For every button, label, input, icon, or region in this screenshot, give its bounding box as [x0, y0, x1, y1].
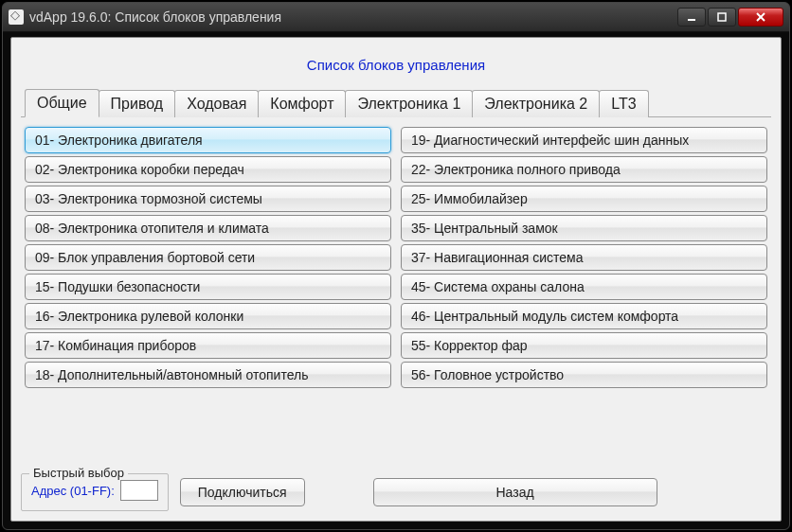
client-area: Список блоков управления ОбщиеПриводХодо… [10, 37, 782, 522]
block-button[interactable]: 09- Блок управления бортовой сети [25, 244, 391, 271]
app-window: vdApp 19.6.0: Список блоков управления С… [2, 2, 790, 530]
block-button[interactable]: 03- Электроника тормозной системы [25, 186, 391, 212]
tab-content: 01- Электроника двигателя02- Электроника… [21, 117, 771, 468]
tab-1[interactable]: Привод [99, 90, 176, 117]
tab-4[interactable]: Электроника 1 [345, 90, 473, 117]
block-button[interactable]: 16- Электроника рулевой колонки [25, 303, 391, 329]
tab-6[interactable]: LT3 [599, 90, 648, 117]
svg-rect-1 [718, 13, 726, 21]
quick-select-legend: Быстрый выбор [29, 466, 128, 480]
minimize-button[interactable] [677, 8, 706, 27]
block-column-right: 19- Диагностический интерфейс шин данных… [401, 127, 767, 388]
block-column-left: 01- Электроника двигателя02- Электроника… [25, 127, 391, 388]
block-button[interactable]: 56- Головное устройство [401, 362, 767, 388]
block-button[interactable]: 17- Комбинация приборов [25, 332, 391, 359]
maximize-button[interactable] [708, 8, 736, 27]
block-button[interactable]: 55- Корректор фар [401, 332, 767, 359]
tab-2[interactable]: Ходовая [174, 90, 259, 117]
close-button[interactable] [738, 8, 783, 27]
address-label: Адрес (01-FF): [31, 484, 115, 498]
connect-button[interactable]: Подключиться [180, 478, 305, 506]
tab-5[interactable]: Электроника 2 [472, 90, 600, 117]
quick-select-group: Быстрый выбор Адрес (01-FF): [21, 473, 169, 511]
block-button[interactable]: 19- Диагностический интерфейс шин данных [401, 127, 767, 153]
block-button[interactable]: 01- Электроника двигателя [25, 127, 391, 153]
block-button[interactable]: 37- Навигационная система [401, 244, 767, 271]
block-button[interactable]: 25- Иммобилайзер [401, 186, 767, 212]
app-icon [9, 9, 24, 25]
block-button[interactable]: 35- Центральный замок [401, 215, 767, 241]
block-button[interactable]: 22- Электроника полного привода [401, 156, 767, 183]
bottom-bar: Быстрый выбор Адрес (01-FF): Подключитьс… [21, 468, 771, 511]
back-button[interactable]: Назад [373, 478, 657, 506]
block-button[interactable]: 02- Электроника коробки передач [25, 156, 391, 183]
block-button[interactable]: 18- Дополнительный/автономный отопитель [25, 362, 391, 388]
block-button[interactable]: 46- Центральный модуль систем комфорта [401, 303, 767, 329]
block-button[interactable]: 45- Система охраны салона [401, 274, 767, 300]
page-title: Список блоков управления [21, 45, 771, 88]
window-title: vdApp 19.6.0: Список блоков управления [29, 9, 281, 25]
tab-3[interactable]: Комфорт [258, 90, 346, 117]
block-button[interactable]: 15- Подушки безопасности [25, 274, 391, 300]
titlebar[interactable]: vdApp 19.6.0: Список блоков управления [3, 3, 789, 31]
tab-0[interactable]: Общие [25, 89, 99, 117]
block-button[interactable]: 08- Электроника отопителя и климата [25, 215, 391, 241]
tabstrip: ОбщиеПриводХодоваяКомфортЭлектроника 1Эл… [21, 88, 771, 117]
address-input[interactable] [120, 480, 158, 501]
